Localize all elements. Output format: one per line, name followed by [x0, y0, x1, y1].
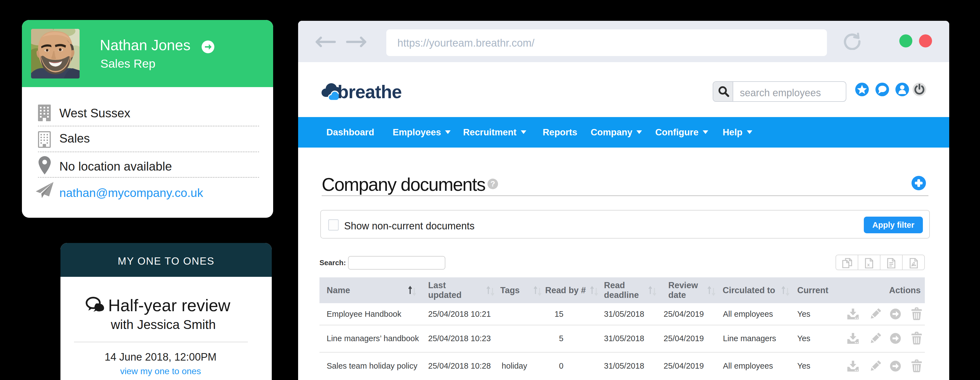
svg-text:x: x: [867, 262, 870, 267]
